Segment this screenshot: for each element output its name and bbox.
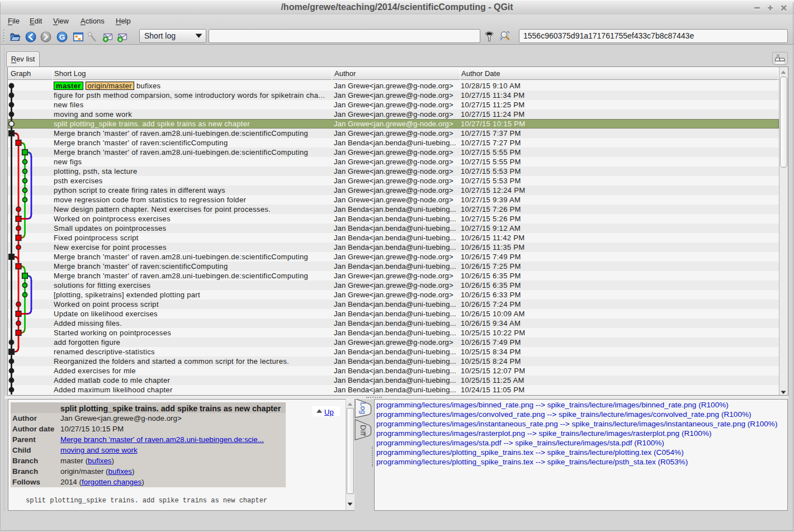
svg-text:Diff: Diff: [359, 425, 367, 436]
svg-text:G: G: [59, 33, 65, 41]
svg-text:Log: Log: [359, 402, 367, 415]
